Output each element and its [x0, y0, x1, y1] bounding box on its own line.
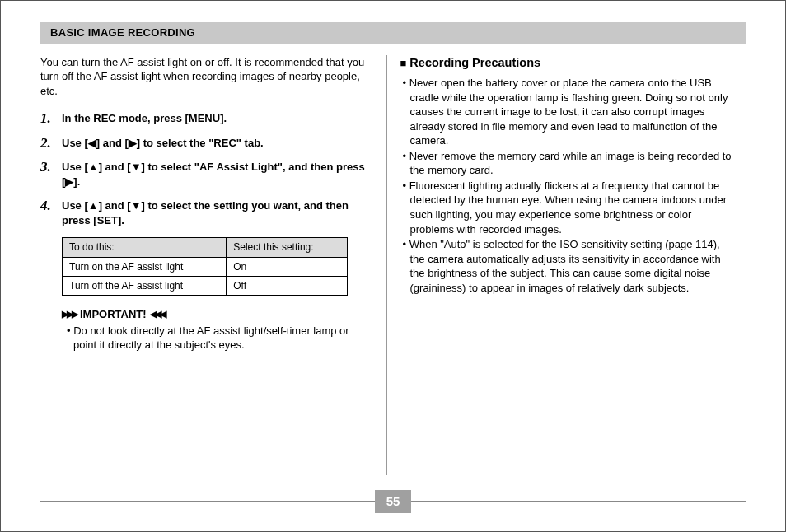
step-4: Use [▲] and [▼] to select the setting yo…: [40, 198, 373, 227]
footer-line: [40, 501, 375, 502]
table-header-row: To do this: Select this setting:: [63, 238, 348, 257]
important-header: ▶▶▶ IMPORTANT! ◀◀◀: [62, 307, 373, 322]
table-cell: On: [227, 257, 348, 276]
decoration-icon: ▶▶▶: [62, 308, 77, 320]
right-column: ■Recording Precautions Never open the ba…: [399, 55, 746, 475]
step-1: In the REC mode, press [MENU].: [40, 111, 373, 126]
content-columns: You can turn the AF assist light on or o…: [40, 55, 746, 475]
page-footer: 55: [40, 490, 746, 513]
precautions-list: Never open the battery cover or place th…: [400, 76, 733, 295]
manual-page: BASIC IMAGE RECORDING You can turn the A…: [0, 0, 786, 532]
settings-table: To do this: Select this setting: Turn on…: [62, 237, 348, 296]
table-cell: Off: [227, 276, 348, 295]
intro-text: You can turn the AF assist light on or o…: [40, 55, 373, 99]
left-column: You can turn the AF assist light on or o…: [40, 55, 386, 475]
table-row: Turn on the AF assist light On: [63, 257, 348, 276]
list-item: When "Auto" is selected for the ISO sens…: [400, 237, 733, 295]
square-bullet-icon: ■: [400, 57, 407, 69]
column-divider: [386, 55, 387, 475]
table-header: Select this setting:: [227, 238, 348, 257]
important-text: • Do not look directly at the AF assist …: [73, 324, 373, 352]
step-2: Use [◀] and [▶] to select the "REC" tab.: [40, 136, 373, 151]
table-cell: Turn on the AF assist light: [63, 257, 227, 276]
steps-list: In the REC mode, press [MENU]. Use [◀] a…: [40, 111, 373, 227]
list-item: Never open the battery cover or place th…: [400, 76, 733, 148]
decoration-icon: ◀◀◀: [150, 308, 165, 320]
list-item: Fluorescent lighting actually flickers a…: [400, 179, 733, 236]
section-title: BASIC IMAGE RECORDING: [40, 22, 746, 44]
right-heading-text: Recording Precautions: [409, 56, 540, 69]
step-3: Use [▲] and [▼] to select "AF Assist Lig…: [40, 160, 373, 189]
page-number: 55: [375, 490, 412, 513]
table-header: To do this:: [63, 238, 227, 257]
right-heading: ■Recording Precautions: [400, 55, 733, 72]
list-item: Never remove the memory card while an im…: [400, 149, 733, 178]
table-cell: Turn off the AF assist light: [63, 276, 227, 295]
table-row: Turn off the AF assist light Off: [63, 276, 348, 295]
footer-line: [411, 501, 746, 502]
important-label: IMPORTANT!: [80, 307, 147, 322]
